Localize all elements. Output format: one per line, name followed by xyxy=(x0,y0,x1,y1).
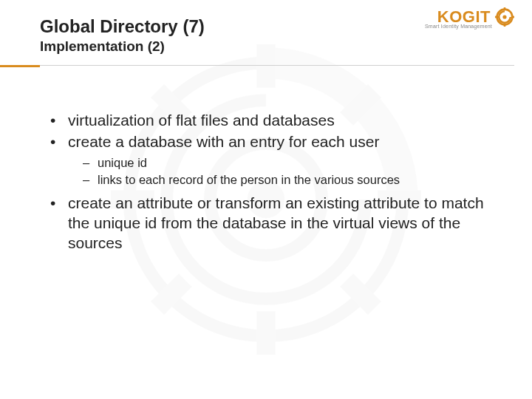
list-item: unique id xyxy=(83,155,495,171)
list-item: virtualization of flat files and databas… xyxy=(50,111,495,131)
slide: KOGIT Smart Identity Management Global D… xyxy=(0,0,532,399)
svg-line-9 xyxy=(157,280,185,308)
list-item: create an attribute or transform an exis… xyxy=(50,194,495,253)
sub-bullet-list: unique id links to each record of the pe… xyxy=(83,155,495,188)
slide-title: Global Directory (7) xyxy=(40,16,421,37)
bullet-text: create a database with an entry for each… xyxy=(68,133,379,150)
bullet-text: virtualization of flat files and databas… xyxy=(68,112,335,129)
bullet-text: create an attribute or transform an exis… xyxy=(68,194,484,251)
brand-swirl-icon xyxy=(495,7,514,27)
slide-header: Global Directory (7) Implementation (2) xyxy=(40,16,421,55)
bullet-text: unique id xyxy=(98,156,147,169)
accent-rule xyxy=(0,65,40,67)
svg-point-12 xyxy=(502,15,506,18)
slide-subtitle: Implementation (2) xyxy=(40,38,421,55)
bullet-text: links to each record of the person in th… xyxy=(98,173,400,186)
bullet-list: virtualization of flat files and databas… xyxy=(50,111,495,253)
svg-line-8 xyxy=(347,280,375,308)
list-item: links to each record of the person in th… xyxy=(83,172,495,188)
brand-tagline: Smart Identity Management xyxy=(425,24,492,29)
divider-rule xyxy=(40,65,514,66)
list-item: create a database with an entry for each… xyxy=(50,132,495,188)
slide-content: virtualization of flat files and databas… xyxy=(50,111,495,255)
